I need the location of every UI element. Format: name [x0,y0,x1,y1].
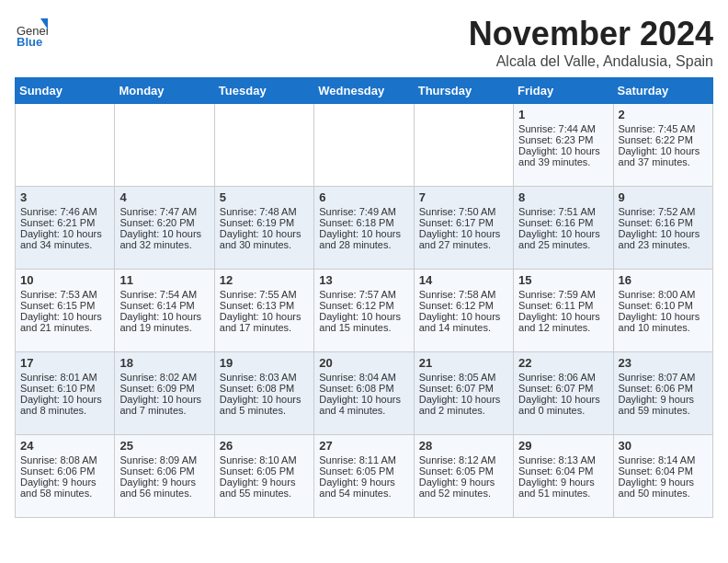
day-number: 6 [319,190,408,204]
day-info: Daylight: 10 hours and 21 minutes. [20,311,109,333]
day-info: Sunset: 6:17 PM [419,217,508,228]
day-info: Sunset: 6:16 PM [518,217,608,228]
day-info: Sunrise: 7:48 AM [220,206,309,217]
calendar-cell: 6Sunrise: 7:49 AMSunset: 6:18 PMDaylight… [314,187,414,270]
day-number: 1 [518,108,608,121]
day-number: 28 [419,439,508,453]
day-info: Sunset: 6:18 PM [319,217,408,228]
day-info: Sunset: 6:21 PM [20,217,109,228]
day-info: Sunrise: 7:46 AM [20,206,109,217]
day-info: Sunset: 6:08 PM [220,383,309,394]
day-info: Sunrise: 7:45 AM [619,123,708,134]
day-info: Daylight: 10 hours and 14 minutes. [419,311,508,333]
day-info: Sunset: 6:05 PM [419,465,508,477]
day-info: Sunset: 6:13 PM [220,300,309,311]
day-info: Daylight: 10 hours and 5 minutes. [220,394,309,416]
day-info: Sunset: 6:16 PM [619,217,708,228]
day-info: Sunrise: 8:12 AM [419,454,508,465]
calendar-cell: 11Sunrise: 7:54 AMSunset: 6:14 PMDayligh… [115,270,214,352]
day-number: 20 [319,356,408,370]
day-info: Sunset: 6:04 PM [619,465,708,477]
day-info: Daylight: 10 hours and 7 minutes. [119,394,209,416]
title-block: November 2024 Alcala del Valle, Andalusi… [469,15,713,70]
day-info: Sunset: 6:07 PM [419,383,508,394]
calendar-cell: 15Sunrise: 7:59 AMSunset: 6:11 PMDayligh… [514,270,613,352]
calendar-cell: 12Sunrise: 7:55 AMSunset: 6:13 PMDayligh… [214,270,313,352]
calendar-cell: 21Sunrise: 8:05 AMSunset: 6:07 PMDayligh… [414,352,513,435]
calendar-week-3: 10Sunrise: 7:53 AMSunset: 6:15 PMDayligh… [16,270,713,352]
col-header-friday: Friday [514,78,613,104]
page-header: General Blue November 2024 Alcala del Va… [15,15,713,70]
calendar-cell: 30Sunrise: 8:14 AMSunset: 6:04 PMDayligh… [613,435,712,518]
day-info: Daylight: 10 hours and 25 minutes. [518,228,608,250]
day-info: Sunrise: 8:10 AM [220,454,309,465]
calendar-cell: 26Sunrise: 8:10 AMSunset: 6:05 PMDayligh… [214,435,313,518]
day-info: Daylight: 10 hours and 4 minutes. [319,394,408,416]
calendar-cell: 1Sunrise: 7:44 AMSunset: 6:23 PMDaylight… [514,104,613,187]
logo: General Blue [15,15,51,48]
calendar-cell: 18Sunrise: 8:02 AMSunset: 6:09 PMDayligh… [115,352,214,435]
calendar-week-1: 1Sunrise: 7:44 AMSunset: 6:23 PMDaylight… [16,104,713,187]
day-info: Daylight: 10 hours and 28 minutes. [319,228,408,250]
day-info: Daylight: 10 hours and 10 minutes. [619,311,708,333]
day-info: Daylight: 10 hours and 2 minutes. [419,394,508,416]
day-info: Sunset: 6:09 PM [119,383,209,394]
day-number: 5 [220,190,309,204]
day-number: 9 [619,190,708,204]
day-number: 7 [419,190,508,204]
day-info: Daylight: 10 hours and 39 minutes. [518,145,608,167]
day-info: Sunrise: 7:57 AM [319,289,408,300]
day-info: Sunrise: 7:59 AM [518,289,608,300]
svg-text:Blue: Blue [17,35,42,48]
calendar-cell: 28Sunrise: 8:12 AMSunset: 6:05 PMDayligh… [414,435,513,518]
day-info: Sunset: 6:04 PM [518,465,608,477]
day-info: Daylight: 10 hours and 32 minutes. [119,228,209,250]
calendar-cell [214,104,313,187]
day-info: Sunrise: 8:07 AM [619,372,708,383]
calendar-cell: 29Sunrise: 8:13 AMSunset: 6:04 PMDayligh… [514,435,613,518]
day-info: Sunset: 6:07 PM [518,383,608,394]
day-info: Sunrise: 8:08 AM [20,454,109,465]
calendar-cell: 14Sunrise: 7:58 AMSunset: 6:12 PMDayligh… [414,270,513,352]
day-info: Sunset: 6:22 PM [619,134,708,145]
day-info: Sunset: 6:06 PM [619,383,708,394]
day-info: Daylight: 9 hours and 58 minutes. [20,477,109,499]
col-header-thursday: Thursday [414,78,513,104]
calendar-cell: 4Sunrise: 7:47 AMSunset: 6:20 PMDaylight… [115,187,214,270]
day-info: Sunrise: 7:50 AM [419,206,508,217]
calendar-cell: 5Sunrise: 7:48 AMSunset: 6:19 PMDaylight… [214,187,313,270]
calendar-cell: 16Sunrise: 8:00 AMSunset: 6:10 PMDayligh… [613,270,712,352]
day-info: Sunrise: 7:44 AM [518,123,608,134]
day-number: 18 [119,356,209,370]
day-info: Daylight: 9 hours and 55 minutes. [220,477,309,499]
calendar-cell: 7Sunrise: 7:50 AMSunset: 6:17 PMDaylight… [414,187,513,270]
logo-icon: General Blue [15,15,48,48]
col-header-tuesday: Tuesday [214,78,313,104]
day-number: 10 [20,273,109,287]
day-info: Sunrise: 8:11 AM [319,454,408,465]
day-info: Sunset: 6:15 PM [20,300,109,311]
day-number: 30 [619,439,708,453]
day-info: Sunset: 6:14 PM [119,300,209,311]
day-info: Sunset: 6:06 PM [20,465,109,477]
calendar-cell: 2Sunrise: 7:45 AMSunset: 6:22 PMDaylight… [613,104,712,187]
day-info: Sunset: 6:20 PM [119,217,209,228]
calendar-week-5: 24Sunrise: 8:08 AMSunset: 6:06 PMDayligh… [16,435,713,518]
col-header-saturday: Saturday [613,78,712,104]
calendar-cell [16,104,115,187]
day-number: 16 [619,273,708,287]
calendar-cell: 23Sunrise: 8:07 AMSunset: 6:06 PMDayligh… [613,352,712,435]
calendar-cell: 19Sunrise: 8:03 AMSunset: 6:08 PMDayligh… [214,352,313,435]
day-info: Sunrise: 7:55 AM [220,289,309,300]
day-number: 13 [319,273,408,287]
day-info: Sunrise: 8:03 AM [220,372,309,383]
day-number: 25 [119,439,209,453]
calendar-table: SundayMondayTuesdayWednesdayThursdayFrid… [15,77,713,518]
day-info: Sunset: 6:05 PM [220,465,309,477]
calendar-cell: 8Sunrise: 7:51 AMSunset: 6:16 PMDaylight… [514,187,613,270]
calendar-cell: 3Sunrise: 7:46 AMSunset: 6:21 PMDaylight… [16,187,115,270]
day-info: Sunset: 6:10 PM [619,300,708,311]
day-number: 11 [119,273,209,287]
calendar-cell: 10Sunrise: 7:53 AMSunset: 6:15 PMDayligh… [16,270,115,352]
calendar-cell: 20Sunrise: 8:04 AMSunset: 6:08 PMDayligh… [314,352,414,435]
